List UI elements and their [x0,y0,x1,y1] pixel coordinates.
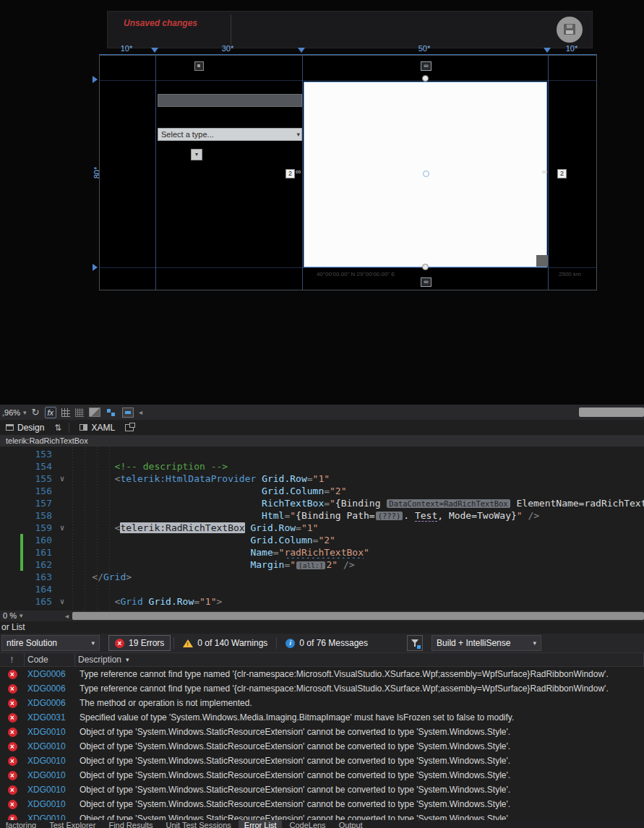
panel-tab-factoring[interactable]: factoring [0,820,42,828]
effects-toggle-button[interactable]: fx [45,407,57,418]
error-row[interactable]: ×XDG0010Object of type 'System.Windows.S… [0,797,644,811]
save-button[interactable] [557,17,583,43]
fold-icon[interactable]: ∨ [55,473,69,485]
error-row[interactable]: ×XDG0010Object of type 'System.Windows.S… [0,811,644,820]
error-row[interactable]: ×XDG0010Object of type 'System.Windows.S… [0,739,644,754]
error-row[interactable]: ×XDG0010Object of type 'System.Windows.S… [0,768,644,782]
design-textbox[interactable] [158,94,302,107]
messages-filter-button[interactable]: i 0 of 76 Messages [280,635,374,651]
error-code-link[interactable]: XDG0010 [25,770,75,780]
margin-chain-icon[interactable]: ∞ [296,168,301,176]
code-text[interactable]: <telerik:HtmlDataProvider Grid.Row="1" [69,473,644,485]
error-code-link[interactable]: XDG0010 [25,785,75,795]
panel-tab-codelens[interactable]: CodeLens [283,820,331,828]
fold-icon[interactable]: ∨ [55,595,69,608]
row-divider-marker[interactable] [93,76,98,83]
column-width-label[interactable]: 10* [121,44,133,53]
error-code-link[interactable]: XDG0031 [25,712,75,723]
editor-horizontal-scrollbar[interactable] [72,612,644,620]
column-divider-marker[interactable] [151,48,158,53]
code-line[interactable]: 155∨ <telerik:HtmlDataProvider Grid.Row=… [0,473,644,485]
tab-xaml[interactable]: XAML [77,421,118,434]
scroll-left-icon[interactable]: ◂ [65,612,69,620]
resize-handle[interactable] [422,75,429,82]
code-text[interactable] [69,448,644,460]
design-artboard[interactable]: Select a type... ▾ ▾ ∞ ∞ ∞ ∞ 2 2 40°00'0… [99,55,597,290]
snaplines-toggle-icon[interactable] [106,407,117,418]
error-row[interactable]: ×XDG0010Object of type 'System.Windows.S… [0,725,644,739]
code-text[interactable]: <telerik:RadRichTextBox Grid.Row="1" [69,522,644,534]
panel-tab-unit-test-sessions[interactable]: Unit Test Sessions [160,820,237,828]
errors-filter-button[interactable]: × 19 Errors [108,635,171,651]
artboard-background-icon[interactable] [89,407,100,417]
code-text[interactable]: Margin="[all:]2" /> [69,559,644,571]
filter-button[interactable] [407,635,423,651]
breadcrumb[interactable]: telerik:RadRichTextBox [0,436,644,447]
code-text[interactable]: Grid.Column="2" [69,534,644,546]
column-divider-marker[interactable] [544,48,551,53]
error-row[interactable]: ×XDG0006The method or operation is not i… [0,696,644,710]
resize-handle[interactable] [422,264,429,270]
code-text[interactable]: <!-- description --> [69,460,644,473]
error-row[interactable]: ×XDG0006Type reference cannot find type … [0,681,644,696]
tab-design[interactable]: Design [3,421,47,434]
margin-anchor-icon[interactable]: ∞ [421,61,432,71]
collapse-arrow-icon[interactable]: ◂ [139,408,142,416]
code-line[interactable]: 157 RichTextBox="{Binding DataContext=Ra… [0,497,644,509]
editor-zoom-select[interactable]: 0 % ▾ [3,611,23,620]
error-code-link[interactable]: XDG0010 [25,727,75,737]
code-text[interactable] [69,583,644,595]
row-divider-marker[interactable] [93,264,98,271]
column-width-label[interactable]: 30* [222,44,234,53]
code-line[interactable]: 158 Html="{Binding Path=(???). Test, Mod… [0,509,644,522]
code-line[interactable]: 160 Grid.Column="2" [0,534,644,546]
code-text[interactable]: </Grid> [69,571,644,583]
error-code-link[interactable]: XDG0010 [25,814,75,820]
code-text[interactable]: Html="{Binding Path=(???). Test, Mode=Tw… [69,509,644,522]
error-row[interactable]: ×XDG0010Object of type 'System.Windows.S… [0,782,644,797]
description-column-header[interactable]: Description ▾ [75,653,644,666]
error-code-link[interactable]: XDG0006 [25,669,75,679]
edit-template-icon[interactable] [122,407,134,418]
design-combobox[interactable]: Select a type... ▾ [158,128,302,141]
designer-horizontal-scrollbar[interactable] [579,407,644,417]
design-dropdown-button[interactable]: ▾ [191,149,202,160]
margin-chain-icon[interactable]: ∞ [542,168,548,176]
fold-icon[interactable]: ∨ [55,522,69,534]
code-line[interactable]: 164 [0,583,644,595]
warnings-filter-button[interactable]: ! 0 of 140 Warnings [177,635,273,651]
code-line[interactable]: 162 Margin="[all:]2" /> [0,559,644,571]
code-text[interactable]: Name="radRichTextBox" [69,546,644,559]
error-code-link[interactable]: XDG0006 [25,683,75,694]
error-row[interactable]: ×XDG0010Object of type 'System.Windows.S… [0,754,644,768]
scope-dropdown[interactable]: ntire Solution ▾ [1,635,100,651]
code-text[interactable]: Grid.Column="2" [69,485,644,497]
snap-grid-icon[interactable] [75,408,84,417]
code-line[interactable]: 153 [0,448,644,460]
code-column-header[interactable]: Code [25,653,75,666]
column-divider-marker[interactable] [298,48,305,53]
xaml-editor[interactable]: 153154 <!-- description -->155∨ <telerik… [0,447,644,611]
panel-tab-find-results[interactable]: Find Results [103,820,158,828]
column-width-label[interactable]: 10* [566,44,578,53]
panel-tab-test-explorer[interactable]: Test Explorer [43,820,101,828]
code-text[interactable]: <Grid Grid.Row="1"> [69,595,644,608]
error-code-link[interactable]: XDG0006 [25,698,75,708]
breadcrumb-element[interactable]: telerik:RadRichTextBox [6,436,88,445]
panel-tab-output[interactable]: Output [333,820,369,828]
code-line[interactable]: 161 Name="radRichTextBox" [0,546,644,559]
show-grid-icon[interactable] [61,408,70,417]
resize-thumb[interactable] [536,255,548,267]
swap-panes-icon[interactable]: ⇅ [54,423,61,433]
designer-zoom-select[interactable]: ,96% ▾ [2,408,27,417]
error-row[interactable]: ×XDG0031Specified value of type 'System.… [0,710,644,725]
error-code-link[interactable]: XDG0010 [25,799,75,809]
code-text[interactable]: RichTextBox="{Binding DataContext=RadRic… [69,497,644,509]
popout-window-icon[interactable] [125,424,134,431]
xaml-designer-surface[interactable]: Unsaved changes 10* 30* 50* 10* 80* [0,0,644,405]
column-width-label[interactable]: 50* [418,44,431,53]
code-line[interactable]: 154 <!-- description --> [0,460,644,473]
small-control-icon[interactable] [194,61,204,71]
panel-tab-error-list[interactable]: Error List [239,820,283,828]
refresh-icon[interactable]: ↻ [32,406,40,419]
